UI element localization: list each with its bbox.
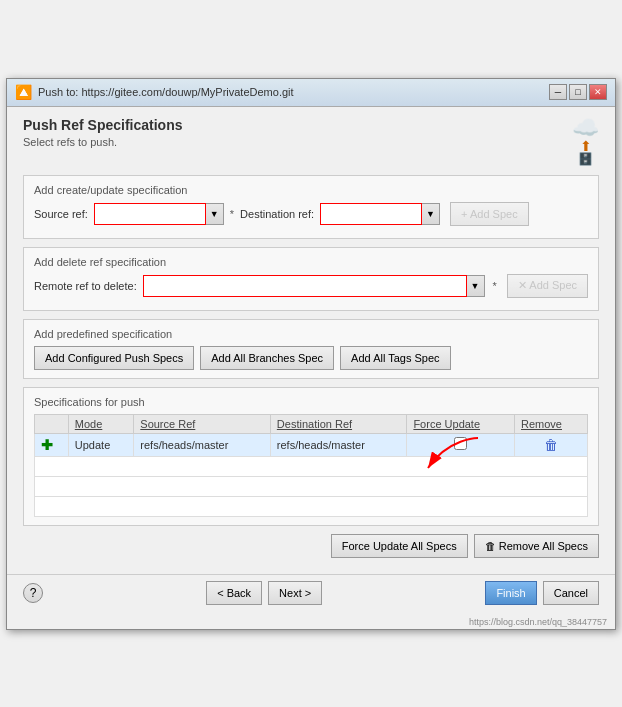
empty-row-1 bbox=[35, 456, 588, 476]
remote-ref-label: Remote ref to delete: bbox=[34, 280, 137, 292]
footer-right-buttons: Finish Cancel bbox=[485, 581, 599, 605]
col-force-update: Force Update bbox=[407, 414, 515, 433]
maximize-button[interactable]: □ bbox=[569, 84, 587, 100]
page-header: Push Ref Specifications Select refs to p… bbox=[7, 107, 615, 171]
source-ref-dropdown[interactable]: ▼ bbox=[206, 203, 224, 225]
dest-ref-dropdown[interactable]: ▼ bbox=[422, 203, 440, 225]
force-update-all-specs-button[interactable]: Force Update All Specs bbox=[331, 534, 468, 558]
row-remove-cell: 🗑 bbox=[515, 433, 588, 456]
specs-section-title: Specifications for push bbox=[34, 396, 588, 408]
cloud-upload-icon: ☁️ ⬆ 🗄️ bbox=[572, 117, 599, 165]
delete-ref-section: Add delete ref specification Remote ref … bbox=[23, 247, 599, 311]
minimize-button[interactable]: ─ bbox=[549, 84, 567, 100]
col-mode-label: Mode bbox=[68, 414, 134, 433]
title-bar-left: 🔼 Push to: https://gitee.com/douwp/MyPri… bbox=[15, 84, 294, 100]
remote-ref-dropdown[interactable]: ▼ bbox=[467, 275, 485, 297]
remote-ref-group: ▼ bbox=[143, 275, 485, 297]
delete-ref-row: Remote ref to delete: ▼ * ✕ Add Spec bbox=[34, 274, 588, 298]
add-delete-spec-button[interactable]: ✕ Add Spec bbox=[507, 274, 588, 298]
help-button[interactable]: ? bbox=[23, 583, 43, 603]
col-source-ref: Source Ref bbox=[134, 414, 271, 433]
source-ref-input[interactable] bbox=[94, 203, 206, 225]
asterisk1: * bbox=[230, 208, 234, 220]
source-ref-group: ▼ bbox=[94, 203, 224, 225]
remove-row-icon[interactable]: 🗑 bbox=[544, 437, 558, 453]
delete-ref-title: Add delete ref specification bbox=[34, 256, 588, 268]
source-ref-label: Source ref: bbox=[34, 208, 88, 220]
predefined-title: Add predefined specification bbox=[34, 328, 588, 340]
empty-row-2 bbox=[35, 476, 588, 496]
row-mode-cell: Update bbox=[68, 433, 134, 456]
page-subtitle: Select refs to push. bbox=[23, 136, 182, 148]
back-button[interactable]: < Back bbox=[206, 581, 262, 605]
create-update-row: Source ref: ▼ * Destination ref: ▼ + Add… bbox=[34, 202, 588, 226]
watermark: https://blog.csdn.net/qq_38447757 bbox=[7, 615, 615, 629]
dest-ref-label: Destination ref: bbox=[240, 208, 314, 220]
footer: ? < Back Next > Finish Cancel bbox=[7, 574, 615, 615]
add-configured-push-specs-button[interactable]: Add Configured Push Specs bbox=[34, 346, 194, 370]
remote-ref-input[interactable] bbox=[143, 275, 467, 297]
asterisk2: * bbox=[493, 280, 497, 292]
row-force-update-cell bbox=[407, 433, 515, 456]
add-all-tags-spec-button[interactable]: Add All Tags Spec bbox=[340, 346, 450, 370]
close-button[interactable]: ✕ bbox=[589, 84, 607, 100]
row-dest-ref-cell: refs/heads/master bbox=[270, 433, 407, 456]
bottom-action-buttons: Force Update All Specs 🗑 Remove All Spec… bbox=[23, 534, 599, 558]
col-mode bbox=[35, 414, 69, 433]
title-bar-controls: ─ □ ✕ bbox=[549, 84, 607, 100]
force-update-checkbox[interactable] bbox=[454, 437, 467, 450]
page-title: Push Ref Specifications bbox=[23, 117, 182, 133]
specs-table: Mode Source Ref Destination Ref Force Up… bbox=[34, 414, 588, 517]
mode-plus-icon: ✚ bbox=[41, 437, 53, 453]
predefined-section: Add predefined specification Add Configu… bbox=[23, 319, 599, 379]
title-bar: 🔼 Push to: https://gitee.com/douwp/MyPri… bbox=[7, 79, 615, 107]
finish-button[interactable]: Finish bbox=[485, 581, 536, 605]
col-dest-ref: Destination Ref bbox=[270, 414, 407, 433]
dest-ref-group: ▼ bbox=[320, 203, 440, 225]
add-spec-button[interactable]: + Add Spec bbox=[450, 202, 529, 226]
table-row: ✚ Update refs/heads/master refs/heads/ma… bbox=[35, 433, 588, 456]
content-area: Add create/update specification Source r… bbox=[7, 171, 615, 574]
col-remove: Remove bbox=[515, 414, 588, 433]
create-update-title: Add create/update specification bbox=[34, 184, 588, 196]
footer-nav-buttons: < Back Next > bbox=[206, 581, 322, 605]
empty-row-3 bbox=[35, 496, 588, 516]
create-update-section: Add create/update specification Source r… bbox=[23, 175, 599, 239]
window-title: Push to: https://gitee.com/douwp/MyPriva… bbox=[38, 86, 294, 98]
cancel-button[interactable]: Cancel bbox=[543, 581, 599, 605]
dest-ref-input[interactable] bbox=[320, 203, 422, 225]
next-button[interactable]: Next > bbox=[268, 581, 322, 605]
remove-all-specs-button[interactable]: 🗑 Remove All Specs bbox=[474, 534, 599, 558]
window-icon: 🔼 bbox=[15, 84, 32, 100]
add-all-branches-spec-button[interactable]: Add All Branches Spec bbox=[200, 346, 334, 370]
main-window: 🔼 Push to: https://gitee.com/douwp/MyPri… bbox=[6, 78, 616, 630]
predefined-buttons-row: Add Configured Push Specs Add All Branch… bbox=[34, 346, 588, 370]
row-mode-icon-cell: ✚ bbox=[35, 433, 69, 456]
page-header-text: Push Ref Specifications Select refs to p… bbox=[23, 117, 182, 148]
specs-section: Specifications for push Mod bbox=[23, 387, 599, 526]
row-source-ref-cell: refs/heads/master bbox=[134, 433, 271, 456]
